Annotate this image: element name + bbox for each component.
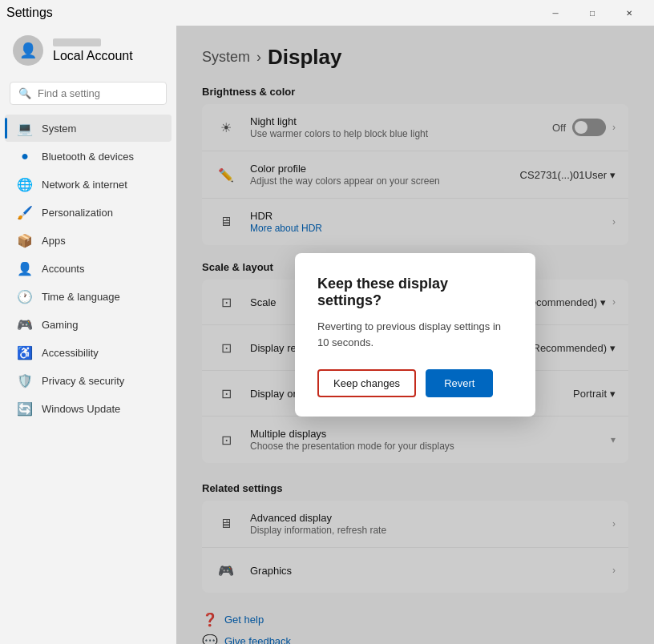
avatar-icon: 👤 — [19, 42, 37, 59]
sidebar-label-gaming: Gaming — [42, 319, 79, 331]
sidebar-label-accessibility: Accessibility — [42, 347, 99, 359]
system-icon: 💻 — [18, 121, 32, 135]
titlebar-left: Settings — [6, 6, 53, 20]
dialog-title: Keep these display settings? — [317, 276, 513, 309]
nav-list: 💻 System ● Bluetooth & devices 🌐 Network… — [0, 115, 176, 422]
dialog-overlay: Keep these display settings? Reverting t… — [176, 26, 654, 644]
minimize-button[interactable]: ─ — [537, 0, 574, 26]
sidebar-label-privacy: Privacy & security — [42, 375, 124, 387]
sidebar-label-apps: Apps — [42, 235, 66, 247]
dialog-message: Reverting to previous display settings i… — [317, 319, 513, 350]
app-container: 👤 Local Account 🔍 💻 System ● Bluetooth &… — [0, 26, 654, 644]
sidebar-item-privacy[interactable]: 🛡️ Privacy & security — [5, 367, 172, 394]
main-content: System › Display Brightness & color ☀ Ni… — [176, 26, 654, 644]
revert-button[interactable]: Revert — [426, 369, 493, 397]
sidebar-item-update[interactable]: 🔄 Windows Update — [5, 395, 172, 422]
accessibility-icon: ♿ — [18, 345, 32, 360]
apps-icon: 📦 — [18, 233, 32, 248]
update-icon: 🔄 — [18, 401, 32, 416]
keep-changes-button[interactable]: Keep changes — [317, 369, 416, 397]
sidebar-item-system[interactable]: 💻 System — [5, 115, 172, 142]
sidebar-label-system: System — [42, 123, 76, 135]
dialog-buttons: Keep changes Revert — [317, 369, 513, 397]
sidebar-item-time[interactable]: 🕐 Time & language — [5, 283, 172, 310]
user-info: Local Account — [53, 38, 133, 63]
sidebar-item-apps[interactable]: 📦 Apps — [5, 227, 172, 254]
sidebar-label-personalization: Personalization — [42, 207, 113, 219]
avatar: 👤 — [13, 35, 43, 66]
time-icon: 🕐 — [18, 289, 32, 304]
search-icon: 🔍 — [18, 87, 31, 99]
gaming-icon: 🎮 — [18, 317, 32, 332]
personalization-icon: 🖌️ — [18, 205, 32, 219]
sidebar-label-bluetooth: Bluetooth & devices — [42, 151, 134, 163]
user-type: Local Account — [53, 49, 133, 63]
privacy-icon: 🛡️ — [18, 373, 32, 388]
sidebar-label-update: Windows Update — [42, 403, 120, 415]
search-input[interactable] — [38, 87, 158, 99]
sidebar-item-personalization[interactable]: 🖌️ Personalization — [5, 199, 172, 226]
bluetooth-icon: ● — [18, 149, 32, 163]
user-profile[interactable]: 👤 Local Account — [0, 26, 176, 75]
network-icon: 🌐 — [18, 177, 32, 191]
sidebar-item-accessibility[interactable]: ♿ Accessibility — [5, 339, 172, 366]
sidebar: 👤 Local Account 🔍 💻 System ● Bluetooth &… — [0, 26, 176, 644]
close-button[interactable]: ✕ — [611, 0, 648, 26]
maximize-button[interactable]: □ — [574, 0, 611, 26]
sidebar-item-accounts[interactable]: 👤 Accounts — [5, 255, 172, 282]
sidebar-label-accounts: Accounts — [42, 263, 84, 275]
accounts-icon: 👤 — [18, 261, 32, 276]
sidebar-label-time: Time & language — [42, 291, 120, 303]
search-box[interactable]: 🔍 — [10, 82, 167, 105]
dialog: Keep these display settings? Reverting t… — [295, 253, 535, 417]
sidebar-item-bluetooth[interactable]: ● Bluetooth & devices — [5, 143, 172, 170]
titlebar: Settings ─ □ ✕ — [0, 0, 654, 26]
titlebar-title: Settings — [6, 6, 53, 20]
sidebar-item-network[interactable]: 🌐 Network & internet — [5, 171, 172, 198]
sidebar-label-network: Network & internet — [42, 179, 127, 191]
titlebar-controls: ─ □ ✕ — [537, 0, 648, 26]
sidebar-item-gaming[interactable]: 🎮 Gaming — [5, 311, 172, 338]
user-name-bar — [53, 38, 101, 46]
